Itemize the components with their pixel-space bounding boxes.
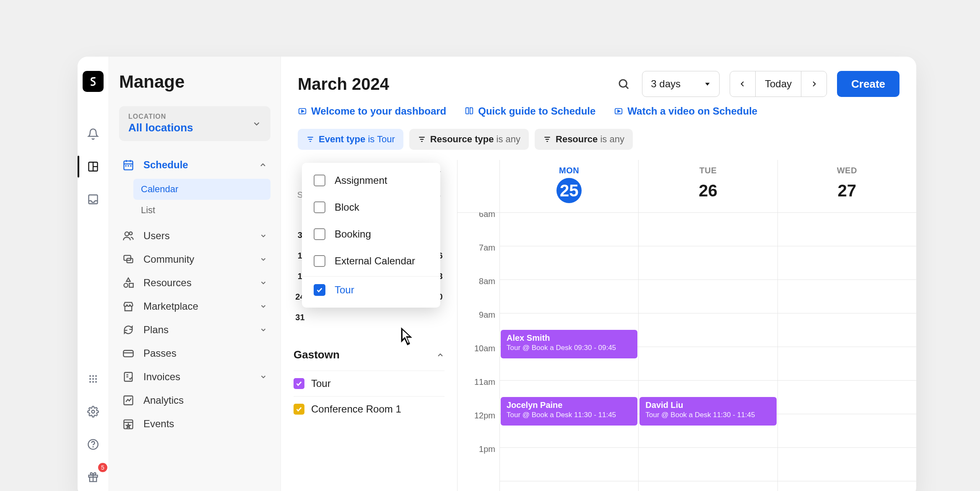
resource-checkbox-row[interactable]: Tour bbox=[294, 371, 445, 396]
day-slot-column[interactable] bbox=[777, 212, 916, 491]
filter-icon bbox=[306, 135, 315, 144]
popover-option-label: External Calendar bbox=[335, 255, 415, 267]
help-video[interactable]: Watch a video on Schedule bbox=[614, 105, 757, 117]
sidebar: Manage LOCATION All locations Schedule C… bbox=[109, 57, 281, 491]
svg-point-10 bbox=[89, 381, 91, 383]
hour-label: 6am bbox=[458, 212, 499, 241]
help-guide[interactable]: Quick guide to Schedule bbox=[465, 105, 595, 117]
popover-option-label: Block bbox=[335, 201, 359, 213]
nav-passes[interactable]: Passes bbox=[119, 342, 270, 365]
svg-point-8 bbox=[92, 378, 94, 380]
calendar-event[interactable]: Jocelyn PaineTour @ Book a Desk 11:30 - … bbox=[501, 397, 637, 426]
svg-line-43 bbox=[626, 86, 628, 89]
day-grid: MON25TUE26WED27 6am7am8am9am10am11am12pm… bbox=[457, 160, 916, 491]
create-button[interactable]: Create bbox=[837, 71, 899, 97]
nav-community[interactable]: Community bbox=[119, 248, 270, 271]
popover-option-label: Tour bbox=[335, 284, 354, 296]
svg-point-5 bbox=[92, 375, 94, 377]
nav-plans[interactable]: Plans bbox=[119, 318, 270, 342]
resource-label: Conference Room 1 bbox=[311, 403, 401, 415]
book-icon bbox=[465, 107, 474, 116]
play-box-icon bbox=[614, 107, 623, 116]
gear-icon[interactable] bbox=[81, 399, 106, 424]
bell-icon[interactable] bbox=[81, 121, 106, 146]
refresh-icon bbox=[122, 324, 134, 336]
svg-marker-46 bbox=[302, 110, 304, 112]
nav-events[interactable]: Events bbox=[119, 412, 270, 436]
nav-schedule[interactable]: Schedule bbox=[119, 153, 270, 177]
popover-option[interactable]: Block bbox=[302, 194, 440, 221]
checkbox-icon bbox=[314, 284, 325, 296]
popover-option-label: Assignment bbox=[335, 175, 387, 186]
help-icon[interactable] bbox=[81, 432, 106, 457]
minical-day bbox=[335, 308, 357, 326]
nav-invoices[interactable]: Invoices bbox=[119, 365, 270, 389]
popover-option[interactable]: External Calendar bbox=[302, 248, 440, 274]
location-picker[interactable]: LOCATION All locations bbox=[119, 106, 270, 141]
nav-users[interactable]: Users bbox=[119, 224, 270, 248]
help-welcome[interactable]: Welcome to your dashboard bbox=[298, 105, 446, 117]
next-button[interactable] bbox=[801, 71, 827, 97]
hour-label: 9am bbox=[458, 308, 499, 342]
chevron-up-icon bbox=[259, 161, 267, 169]
minical-day bbox=[312, 308, 334, 326]
minical-day bbox=[404, 308, 426, 326]
svg-point-11 bbox=[92, 381, 94, 383]
nav-resources[interactable]: Resources bbox=[119, 271, 270, 295]
location-label: LOCATION bbox=[128, 113, 193, 120]
hour-label: 1pm bbox=[458, 443, 499, 476]
prev-button[interactable] bbox=[730, 71, 756, 97]
range-select[interactable]: 3 days bbox=[642, 71, 720, 97]
location-section-toggle[interactable]: Gastown bbox=[294, 343, 445, 366]
day-column-header[interactable]: MON25 bbox=[499, 160, 638, 212]
dashboard-icon[interactable] bbox=[81, 154, 106, 179]
inbox-icon[interactable] bbox=[81, 187, 106, 212]
app-logo[interactable] bbox=[83, 71, 104, 92]
chevron-down-icon bbox=[260, 326, 267, 334]
svg-point-15 bbox=[93, 447, 93, 447]
svg-point-12 bbox=[95, 381, 97, 383]
day-slot-column[interactable]: Alex SmithTour @ Book a Desk 09:30 - 09:… bbox=[499, 212, 638, 491]
caret-down-icon bbox=[704, 81, 711, 87]
minical-day bbox=[381, 308, 403, 326]
topbar: March 2024 3 days Today Create bbox=[281, 57, 916, 105]
day-slot-column[interactable]: David LiuTour @ Book a Desk 11:30 - 11:4… bbox=[638, 212, 777, 491]
minical-day[interactable]: 31 bbox=[289, 308, 311, 326]
nav-sub-calendar[interactable]: Calendar bbox=[133, 179, 270, 200]
nav-sub-list[interactable]: List bbox=[133, 200, 270, 221]
search-icon[interactable] bbox=[615, 76, 632, 92]
icon-rail: 5 bbox=[78, 57, 109, 491]
nav-marketplace[interactable]: Marketplace bbox=[119, 295, 270, 318]
location-value: All locations bbox=[128, 121, 193, 134]
nav-label: Schedule bbox=[143, 159, 250, 171]
filter-icon bbox=[543, 135, 551, 144]
card-icon bbox=[122, 347, 134, 359]
chevron-down-icon bbox=[260, 256, 267, 263]
calendar-event[interactable]: Alex SmithTour @ Book a Desk 09:30 - 09:… bbox=[501, 330, 637, 358]
minical-day bbox=[359, 308, 380, 326]
svg-point-27 bbox=[129, 232, 132, 235]
popover-option[interactable]: Booking bbox=[302, 221, 440, 248]
today-button[interactable]: Today bbox=[756, 71, 801, 97]
svg-rect-33 bbox=[123, 350, 133, 357]
filter-event-type[interactable]: Event type is Tour bbox=[298, 129, 403, 150]
chevron-down-icon bbox=[260, 373, 267, 381]
popover-option-label: Booking bbox=[335, 228, 371, 240]
resource-checkbox-row[interactable]: Conference Room 1 bbox=[294, 396, 445, 422]
gift-icon[interactable]: 5 bbox=[81, 465, 106, 490]
app-title: Manage bbox=[119, 72, 270, 92]
filter-resource[interactable]: Resource is any bbox=[535, 129, 633, 150]
nav-analytics[interactable]: Analytics bbox=[119, 389, 270, 412]
filter-resource-type[interactable]: Resource type is any bbox=[409, 129, 529, 150]
apps-icon[interactable] bbox=[81, 366, 106, 392]
svg-point-9 bbox=[95, 378, 97, 380]
chevron-down-icon bbox=[260, 303, 267, 310]
day-column-header[interactable]: WED27 bbox=[777, 160, 916, 212]
svg-point-26 bbox=[125, 232, 129, 236]
day-column-header[interactable]: TUE26 bbox=[638, 160, 777, 212]
popover-option[interactable]: Tour bbox=[302, 276, 440, 303]
hour-label: 12pm bbox=[458, 409, 499, 443]
calendar-event[interactable]: David LiuTour @ Book a Desk 11:30 - 11:4… bbox=[639, 397, 776, 426]
popover-option[interactable]: Assignment bbox=[302, 167, 440, 194]
star-calendar-icon bbox=[122, 418, 134, 430]
